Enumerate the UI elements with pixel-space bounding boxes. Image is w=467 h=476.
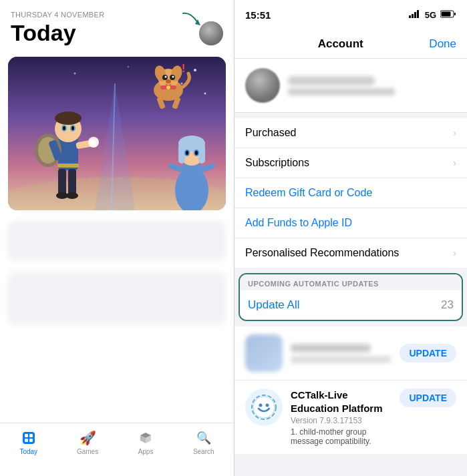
app-info-1	[291, 344, 392, 363]
signal-icon	[409, 10, 421, 20]
avatar[interactable]	[199, 21, 223, 45]
updates-header: UPCOMING AUTOMATIC UPDATES	[240, 274, 462, 290]
cctalk-icon	[245, 389, 283, 426]
profile-avatar	[245, 68, 280, 103]
svg-point-7	[55, 111, 82, 125]
svg-rect-56	[25, 434, 28, 437]
svg-point-45	[195, 151, 198, 155]
svg-rect-11	[58, 169, 66, 196]
apps-icon	[138, 430, 154, 446]
svg-point-34	[166, 85, 170, 89]
svg-point-21	[71, 126, 74, 130]
svg-point-44	[186, 151, 188, 155]
svg-rect-60	[409, 15, 411, 18]
svg-marker-0	[195, 19, 200, 25]
svg-point-30	[166, 79, 171, 83]
app-desc-blur-1	[291, 356, 391, 363]
profile-section[interactable]	[235, 59, 467, 113]
menu-item-add-funds[interactable]: Add Funds to Apple ID	[235, 208, 467, 238]
status-icons: 5G	[409, 10, 456, 20]
profile-info	[288, 76, 456, 95]
svg-point-68	[253, 397, 275, 418]
tab-games[interactable]: 🚀 Games	[77, 430, 98, 455]
app-update-item-1[interactable]: UPDATE	[235, 326, 467, 381]
cctalk-info: CCTalk-Live Education Platform Version 7…	[291, 389, 392, 446]
app-name-blur-1	[291, 344, 371, 352]
left-header: THURSDAY 4 NOVEMBER Today	[0, 0, 234, 51]
blurred-item-1	[8, 221, 226, 261]
svg-point-20	[63, 126, 65, 130]
today-tab-label: Today	[19, 448, 37, 455]
updates-section-title: UPCOMING AUTOMATIC UPDATES	[248, 280, 454, 288]
apps-tab-label: Apps	[138, 448, 154, 455]
svg-point-70	[266, 404, 269, 407]
status-bar: 15:51 5G	[235, 0, 467, 29]
app-icon-blur-1	[245, 334, 283, 372]
tab-search[interactable]: 🔍 Search	[193, 430, 214, 455]
svg-point-53	[74, 73, 76, 75]
games-icon: 🚀	[80, 430, 96, 446]
svg-rect-15	[57, 164, 79, 168]
svg-rect-58	[25, 439, 28, 442]
games-tab-label: Games	[77, 448, 98, 455]
profile-name	[288, 76, 375, 85]
search-icon: 🔍	[196, 430, 212, 446]
svg-point-14	[66, 192, 78, 199]
svg-rect-55	[23, 432, 35, 444]
menu-item-subscriptions[interactable]: Subscriptions ›	[235, 148, 467, 178]
chevron-personalised: ›	[453, 248, 456, 258]
svg-point-50	[194, 69, 196, 71]
update-button-1[interactable]: UPDATE	[400, 344, 456, 363]
menu-item-redeem[interactable]: Redeem Gift Card or Code	[235, 178, 467, 208]
featured-illustration: !	[8, 57, 226, 210]
title-row: Today	[11, 20, 223, 46]
svg-rect-12	[68, 169, 76, 196]
svg-text:!: !	[182, 63, 185, 74]
personalised-label: Personalised Recommendations	[245, 247, 399, 259]
right-panel: 15:51 5G Account Don	[235, 0, 467, 476]
update-button-cctalk[interactable]: UPDATE	[400, 389, 456, 407]
cctalk-name: CCTalk-Live Education Platform	[291, 389, 392, 415]
svg-rect-41	[198, 144, 205, 164]
svg-point-52	[204, 93, 206, 95]
svg-point-51	[181, 83, 183, 85]
update-all-label: Update All	[248, 298, 300, 312]
cctalk-item[interactable]: CCTalk-Live Education Platform Version 7…	[235, 381, 467, 454]
menu-item-personalised[interactable]: Personalised Recommendations ›	[235, 238, 467, 268]
svg-rect-37	[182, 164, 202, 194]
svg-rect-57	[29, 434, 33, 437]
search-tab-label: Search	[193, 448, 214, 455]
left-panel: THURSDAY 4 NOVEMBER Today FEATURED Take …	[0, 0, 234, 476]
battery-icon	[440, 10, 456, 20]
svg-point-17	[88, 137, 99, 148]
svg-point-29	[172, 76, 174, 78]
featured-card[interactable]: FEATURED Take a shot at World Flipper	[8, 57, 226, 210]
account-header: Account Done	[235, 29, 467, 59]
update-count: 23	[441, 298, 454, 312]
avatar-container[interactable]	[199, 21, 223, 45]
svg-rect-40	[178, 144, 185, 164]
cctalk-desc: 1. child-mother group message compatibil…	[291, 427, 392, 446]
chevron-subscriptions: ›	[453, 158, 456, 168]
svg-rect-63	[417, 10, 419, 18]
chevron-purchased: ›	[453, 128, 456, 138]
update-all-row[interactable]: Update All 23	[240, 290, 462, 320]
tab-apps[interactable]: Apps	[138, 430, 154, 455]
upcoming-updates-section: UPCOMING AUTOMATIC UPDATES Update All 23	[239, 273, 463, 321]
status-time: 15:51	[245, 9, 271, 21]
done-button[interactable]: Done	[429, 37, 456, 51]
cctalk-version: Version 7.9.3.17153	[291, 416, 392, 425]
menu-item-purchased[interactable]: Purchased ›	[235, 118, 467, 148]
subscriptions-label: Subscriptions	[245, 157, 309, 169]
svg-rect-61	[412, 14, 414, 18]
tab-bar: Today 🚀 Games Apps 🔍 Search	[0, 423, 234, 476]
profile-email	[288, 88, 395, 95]
add-funds-label: Add Funds to Apple ID	[245, 217, 352, 229]
svg-rect-62	[414, 12, 416, 18]
svg-point-69	[259, 404, 263, 407]
purchased-label: Purchased	[245, 127, 297, 139]
date-label: THURSDAY 4 NOVEMBER	[11, 11, 223, 19]
tab-today[interactable]: Today	[19, 430, 37, 455]
svg-rect-59	[29, 439, 33, 442]
account-title: Account	[252, 37, 429, 51]
